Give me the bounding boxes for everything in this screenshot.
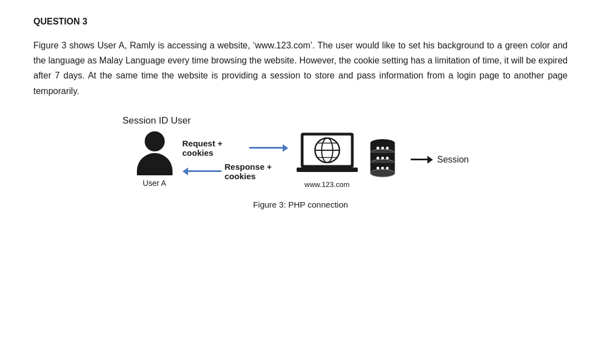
user-body-icon — [137, 153, 173, 175]
question-title: QUESTION 3 — [33, 17, 568, 27]
laptop-icon — [297, 131, 358, 178]
right-arrow-icon — [249, 144, 288, 152]
session-arrow-icon — [411, 156, 433, 164]
left-arrow-icon — [183, 168, 221, 175]
svg-point-23 — [386, 156, 389, 159]
request-label: Request + cookies — [183, 139, 246, 158]
request-arrow-row: Request + cookies — [183, 139, 288, 158]
svg-point-19 — [381, 146, 384, 149]
user-label: User A — [143, 179, 166, 188]
diagram-row: User A Request + cookies Response + cook… — [132, 131, 469, 189]
question-section: QUESTION 3 Figure 3 shows User A, Ramly … — [33, 17, 568, 209]
svg-rect-7 — [297, 168, 358, 172]
user-head-icon — [145, 131, 165, 151]
session-id-label: Session ID User — [122, 115, 191, 126]
svg-point-26 — [386, 166, 389, 169]
svg-point-21 — [377, 156, 380, 159]
response-label: Response + cookies — [225, 162, 288, 181]
user-figure: User A — [132, 131, 177, 188]
website-url: www.123.com — [304, 180, 349, 189]
response-arrow-row: Response + cookies — [183, 162, 288, 181]
arrows-block: Request + cookies Response + cookies — [183, 139, 288, 181]
session-label: Session — [437, 155, 469, 165]
svg-point-25 — [381, 166, 384, 169]
session-block: Session — [411, 155, 469, 165]
figure-caption: Figure 3: PHP connection — [253, 200, 348, 209]
diagram-area: Session ID User User A Request + cookies — [33, 115, 568, 209]
database-icon — [367, 137, 398, 182]
svg-point-22 — [381, 156, 384, 159]
svg-point-24 — [377, 166, 380, 169]
svg-point-20 — [386, 146, 389, 149]
laptop-container: www.123.com — [294, 131, 361, 189]
svg-point-18 — [377, 146, 380, 149]
database-container — [366, 137, 400, 182]
question-body: Figure 3 shows User A, Ramly is accessin… — [33, 38, 568, 99]
